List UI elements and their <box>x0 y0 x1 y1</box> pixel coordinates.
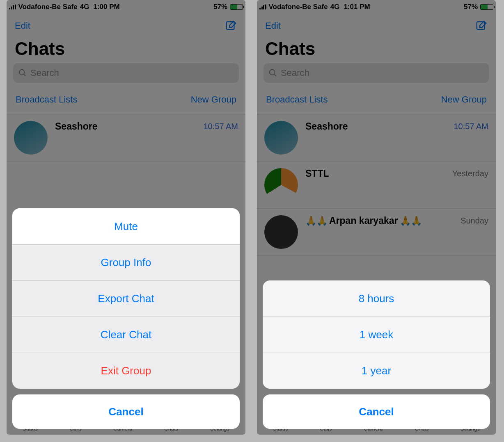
sheet-cancel[interactable]: Cancel <box>12 394 240 429</box>
sheet-clear-chat[interactable]: Clear Chat <box>12 317 240 353</box>
action-sheet: Mute Group Info Export Chat Clear Chat E… <box>12 208 240 389</box>
sheet-exit-group[interactable]: Exit Group <box>12 353 240 389</box>
sheet-mute[interactable]: Mute <box>12 208 240 244</box>
sheet-8-hours[interactable]: 8 hours <box>263 280 490 317</box>
phone-left: Vodafone-Be Safe 4G 1:00 PM 57% Edit Cha… <box>7 0 245 435</box>
phone-right: Vodafone-Be Safe 4G 1:01 PM 57% Edit Cha… <box>257 0 496 435</box>
sheet-cancel[interactable]: Cancel <box>263 394 490 429</box>
sheet-1-year[interactable]: 1 year <box>263 353 490 389</box>
sheet-group-info[interactable]: Group Info <box>12 244 240 280</box>
action-sheet: 8 hours 1 week 1 year <box>263 280 490 389</box>
sheet-export-chat[interactable]: Export Chat <box>12 280 240 317</box>
sheet-1-week[interactable]: 1 week <box>263 317 490 353</box>
